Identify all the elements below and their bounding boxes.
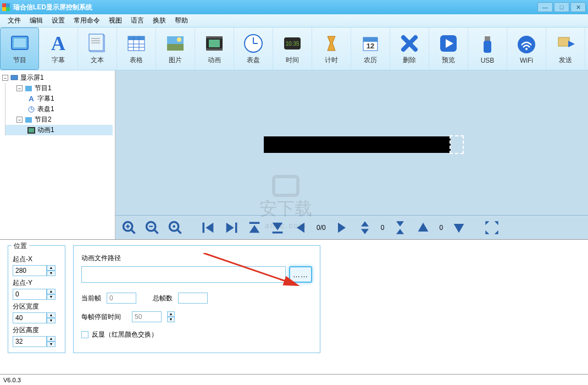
spin-down[interactable]: ▼ [47, 342, 56, 347]
zoom-out-button[interactable] [143, 219, 162, 236]
h-input[interactable] [13, 336, 47, 347]
toolbar-time-button[interactable]: 10:35时间 [273, 28, 312, 70]
toolbar-label: 表盘 [247, 56, 260, 65]
toolbar-animation-button[interactable]: 动画 [195, 28, 234, 70]
spin-down[interactable]: ▼ [47, 318, 56, 323]
toolbar-label: 表格 [130, 56, 143, 65]
preview-region [264, 136, 451, 153]
tree-root[interactable]: − 显示屏1 [2, 73, 113, 83]
spin-down[interactable]: ▼ [47, 271, 56, 276]
last-frame-button[interactable] [222, 219, 241, 236]
minimize-button[interactable]: — [537, 2, 553, 12]
zoom-fit-button[interactable] [166, 219, 185, 236]
next-button[interactable] [332, 219, 351, 236]
collapse-icon[interactable]: − [16, 117, 23, 123]
toolbar-label: 时间 [286, 56, 299, 65]
x-input[interactable] [13, 265, 47, 276]
browse-button[interactable]: …… [289, 266, 312, 283]
stay-input[interactable] [132, 311, 162, 322]
svg-rect-17 [206, 36, 223, 38]
toolbar-table-button[interactable]: 表格 [117, 28, 156, 70]
spin-down[interactable]: ▼ [47, 294, 56, 300]
subtitle-icon: A [47, 32, 69, 54]
text-icon [86, 32, 108, 54]
total-frame-input[interactable] [178, 293, 208, 304]
toolbar-program-button[interactable]: 节目 [0, 28, 39, 70]
preview-canvas[interactable]: 安下载 anxz.com [115, 70, 588, 215]
svg-rect-8 [128, 36, 145, 40]
tree-label: 节目1 [35, 84, 52, 93]
menu-help[interactable]: 帮助 [170, 15, 192, 26]
tree-panel: − 显示屏1 − 节目1 A 字幕1 表盘1 − 节目2 [0, 70, 115, 239]
toolbar-send-button[interactable]: 发送 [546, 28, 585, 70]
menu-skin[interactable]: 换肤 [148, 15, 170, 26]
toolbar-calendar-button[interactable]: 12农历 [351, 28, 390, 70]
svg-marker-71 [454, 224, 464, 233]
cur-frame-input[interactable] [107, 293, 136, 304]
toolbar-delete-button[interactable]: 删除 [390, 28, 429, 70]
svg-line-54 [177, 229, 181, 233]
tree-subtitle1[interactable]: A 字幕1 [5, 94, 113, 104]
tree-program1[interactable]: − 节目1 [5, 83, 113, 94]
spin-down[interactable]: ▼ [167, 317, 175, 322]
svg-marker-73 [495, 221, 498, 225]
h-label: 分区高度 [13, 326, 60, 335]
invert-label: 反显（红黑颜色交换） [92, 330, 158, 339]
w-input[interactable] [13, 312, 47, 323]
tree-label: 字幕1 [37, 94, 54, 103]
toolbar-image-button[interactable]: 图片 [156, 28, 195, 70]
menu-settings[interactable]: 设置 [47, 15, 69, 26]
toolbar-clock-button[interactable]: 表盘 [234, 28, 273, 70]
fullscreen-button[interactable] [482, 219, 501, 236]
tree-program2[interactable]: − 节目2 [5, 114, 113, 125]
tree-animation1[interactable]: 动画1 [5, 125, 113, 135]
subtitle-icon: A [27, 95, 35, 103]
program-icon [25, 116, 32, 124]
spin-up[interactable]: ▲ [47, 336, 56, 342]
path-input[interactable] [81, 266, 286, 283]
spin-up[interactable]: ▲ [47, 265, 56, 271]
toolbar-label: 节目 [13, 56, 26, 65]
collapse-v-button[interactable] [391, 219, 409, 236]
svg-marker-67 [361, 229, 369, 234]
menu-language[interactable]: 语言 [126, 15, 148, 26]
menu-file[interactable]: 文件 [3, 15, 25, 26]
invert-checkbox[interactable] [81, 331, 88, 338]
spin-up[interactable]: ▲ [47, 289, 56, 294]
zoom-in-button[interactable] [120, 219, 138, 236]
menu-edit[interactable]: 编辑 [25, 15, 47, 26]
spin-up[interactable]: ▲ [47, 312, 56, 318]
animation-icon [203, 32, 225, 54]
maximize-button[interactable]: □ [554, 2, 569, 12]
first-frame-button[interactable] [199, 219, 218, 236]
version-label: V6.0.3 [3, 377, 21, 383]
selection-rect[interactable] [450, 135, 464, 154]
toolbar-usb-button[interactable]: USB [468, 28, 507, 70]
y-input[interactable] [13, 289, 47, 300]
toolbar-wifi-button[interactable]: WiFi [507, 28, 546, 70]
down-button[interactable] [450, 219, 468, 236]
menu-view[interactable]: 视图 [104, 15, 126, 26]
group-title: 位置 [12, 241, 29, 251]
toolbar-label: 计时 [325, 56, 338, 65]
menu-commands[interactable]: 常用命令 [69, 15, 104, 26]
collapse-icon[interactable]: − [2, 75, 8, 81]
tree-label: 节目2 [35, 115, 52, 124]
tree-clock1[interactable]: 表盘1 [5, 104, 113, 114]
svg-point-15 [177, 37, 181, 42]
toolbar-preview-button[interactable]: 预览 [429, 28, 468, 70]
toolbar-text-button[interactable]: 文本 [78, 28, 117, 70]
toolbar-label: USB [481, 57, 495, 64]
expand-v-button[interactable] [356, 219, 374, 236]
toolbar-subtitle-button[interactable]: A字幕 [39, 28, 78, 70]
close-button[interactable]: ✕ [570, 2, 586, 12]
svg-marker-37 [568, 41, 575, 47]
spin-up[interactable]: ▲ [167, 311, 175, 317]
app-logo-icon [2, 3, 10, 11]
collapse-icon[interactable]: − [16, 85, 23, 91]
toolbar-timer-button[interactable]: 计时 [312, 28, 351, 70]
svg-rect-36 [558, 37, 569, 46]
up-button[interactable] [414, 219, 432, 236]
delete-icon [398, 32, 420, 54]
svg-marker-58 [226, 222, 234, 233]
